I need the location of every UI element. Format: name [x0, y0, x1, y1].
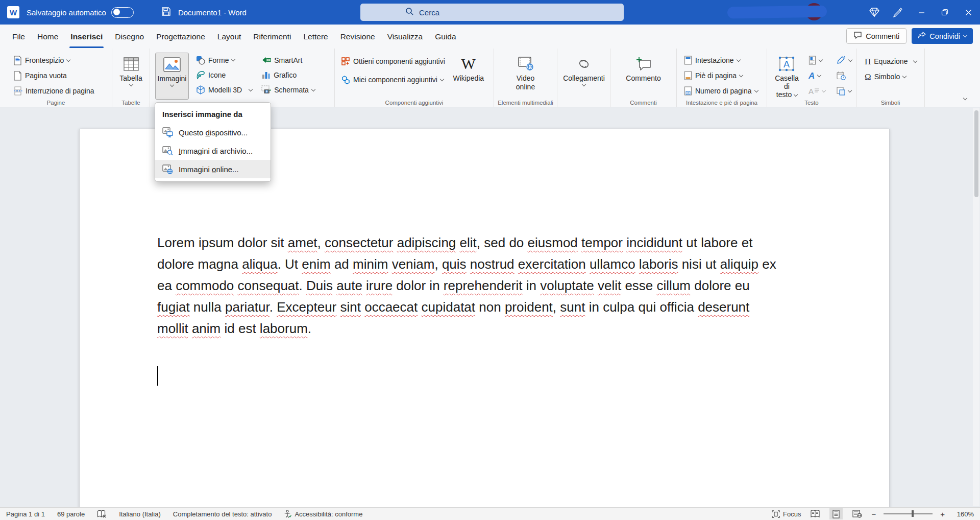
casella-di-testo-button[interactable]: A Casella di testo — [771, 53, 802, 100]
icone-button[interactable]: Icone — [194, 67, 254, 82]
search-input[interactable] — [419, 8, 587, 17]
tab-inserisci[interactable]: Inserisci — [64, 25, 109, 49]
icone-label: Icone — [208, 71, 226, 79]
tab-file[interactable]: File — [6, 25, 31, 49]
collapse-ribbon-button[interactable] — [964, 92, 967, 102]
svg-text:A: A — [783, 59, 790, 69]
simbolo-label: Simbolo — [874, 73, 900, 81]
document-page[interactable]: Lorem ipsum dolor sit amet, consectetur … — [79, 129, 890, 507]
menu-item-immagini-di-archivio[interactable]: Immagini di archivio... — [155, 141, 271, 160]
document-text-line[interactable]: fugiat nulla pariatur. Excepteur sint oc… — [157, 296, 776, 318]
zoom-in-button[interactable]: + — [940, 510, 945, 518]
text-completion-status[interactable]: Completamento del testo: attivato — [173, 510, 272, 518]
intestazione-button[interactable]: Intestazione — [682, 53, 765, 68]
word-app-icon[interactable]: W — [7, 6, 19, 18]
tab-riferimenti[interactable]: Riferimenti — [247, 25, 297, 49]
pagina-vuota-label: Pagina vuota — [25, 72, 67, 80]
focus-icon — [772, 510, 780, 518]
wikipedia-button[interactable]: W Wikipedia — [450, 53, 487, 100]
tab-lettere[interactable]: Lettere — [297, 25, 334, 49]
parti-rapide-button[interactable] — [806, 55, 827, 66]
read-mode-button[interactable] — [808, 508, 822, 519]
save-icon[interactable] — [161, 7, 171, 18]
page-number-icon: # — [684, 86, 692, 96]
tab-progettazione[interactable]: Progettazione — [150, 25, 211, 49]
frontespizio-button[interactable]: Frontespizio — [11, 53, 110, 68]
collegamenti-button[interactable]: Collegamenti — [559, 53, 608, 100]
menu-item-questo-dispositivo[interactable]: Questo dispositivo... — [155, 123, 271, 141]
premium-gem-icon[interactable] — [863, 0, 886, 25]
date-time-icon — [837, 71, 846, 80]
equazione-button[interactable]: Π Equazione — [863, 54, 922, 69]
tab-revisione[interactable]: Revisione — [334, 25, 381, 49]
pie-di-pagina-button[interactable]: Piè di pagina — [682, 68, 765, 83]
modelli-3d-button[interactable]: Modelli 3D — [194, 83, 254, 98]
tab-home[interactable]: Home — [31, 25, 64, 49]
pagina-vuota-button[interactable]: Pagina vuota — [11, 68, 110, 83]
capolettera-button[interactable]: A — [806, 85, 827, 97]
document-text-line[interactable]: mollit anim id est laborum. — [157, 318, 776, 339]
page-count[interactable]: Pagina 1 di 1 — [6, 510, 45, 518]
focus-mode-button[interactable]: Focus — [772, 510, 801, 518]
tab-layout[interactable]: Layout — [211, 25, 248, 49]
video-online-button[interactable]: Video online — [508, 53, 544, 100]
search-box[interactable] — [360, 4, 624, 21]
group-intestazione: Intestazione Piè di pagina # Numero di p… — [677, 49, 767, 107]
close-button[interactable] — [957, 0, 980, 25]
zoom-level[interactable]: 160% — [952, 510, 974, 518]
simbolo-button[interactable]: Ω Simbolo — [863, 69, 922, 84]
shapes-icon — [196, 56, 205, 65]
ottieni-componenti-button[interactable]: Ottieni componenti aggiuntivi — [339, 54, 447, 69]
ribbon-tabs: File Home Inserisci Disegno Progettazion… — [6, 25, 462, 49]
miei-componenti-button[interactable]: Miei componenti aggiuntivi — [339, 72, 447, 87]
riga-di-firma-button[interactable] — [835, 55, 854, 66]
coming-soon-megaphone-icon[interactable] — [886, 0, 910, 25]
autosave-toggle[interactable] — [111, 7, 134, 18]
proofing-errors-icon[interactable] — [97, 510, 107, 518]
language[interactable]: Italiano (Italia) — [119, 510, 161, 518]
vertical-scrollbar[interactable] — [973, 108, 979, 506]
smartart-label: SmartArt — [274, 56, 302, 64]
numero-di-pagina-button[interactable]: # Numero di pagina — [682, 83, 765, 99]
wordart-button[interactable]: A — [806, 70, 827, 81]
online-pictures-icon — [162, 164, 173, 174]
document-title: Documento1 - Word — [178, 8, 247, 17]
document-text-line[interactable]: dolore magna aliqua. Ut enim ad minim ve… — [157, 253, 776, 275]
share-button[interactable]: Condividi — [912, 28, 973, 44]
schermata-button[interactable]: Schermata — [259, 83, 317, 98]
document-text-line[interactable]: Lorem ipsum dolor sit amet, consectetur … — [157, 232, 776, 253]
interruzione-pagina-button[interactable]: Interruzione di pagina — [11, 83, 110, 99]
web-layout-button[interactable] — [850, 508, 864, 519]
forme-button[interactable]: Forme — [194, 53, 254, 67]
miei-componenti-label: Miei componenti aggiuntivi — [353, 76, 437, 84]
wikipedia-icon: W — [461, 55, 476, 73]
zoom-slider-thumb[interactable] — [912, 510, 914, 517]
menu-item-immagini-online[interactable]: Immagini online... — [155, 160, 271, 178]
immagini-button[interactable]: Immagini — [155, 53, 189, 100]
tab-visualizza[interactable]: Visualizza — [381, 25, 429, 49]
zoom-out-button[interactable]: − — [871, 510, 876, 518]
autosave-control[interactable]: Salvataggio automatico — [27, 7, 134, 18]
smartart-button[interactable]: SmartArt — [259, 53, 317, 67]
zoom-slider[interactable] — [884, 513, 933, 514]
grafico-button[interactable]: Grafico — [259, 67, 317, 82]
tab-disegno[interactable]: Disegno — [109, 25, 150, 49]
document-text[interactable]: Lorem ipsum dolor sit amet, consectetur … — [157, 232, 776, 339]
wordart-icon: A — [808, 72, 815, 80]
commento-button[interactable]: Commento — [621, 53, 667, 100]
comments-button[interactable]: Commenti — [846, 28, 906, 44]
print-layout-button[interactable] — [829, 508, 843, 519]
document-canvas[interactable]: Lorem ipsum dolor sit amet, consectetur … — [0, 107, 980, 507]
minimize-button[interactable] — [910, 0, 933, 25]
schermata-label: Schermata — [274, 86, 309, 94]
oggetto-button[interactable] — [835, 85, 854, 97]
tab-guida[interactable]: Guida — [429, 25, 462, 49]
word-count[interactable]: 69 parole — [57, 510, 85, 518]
accessibility-status[interactable]: Accessibilità: conforme — [284, 510, 362, 518]
document-text-line[interactable]: ea commodo consequat. Duis aute irure do… — [157, 275, 776, 296]
forme-label: Forme — [208, 56, 229, 64]
data-e-ora-button[interactable] — [835, 70, 854, 81]
tabella-button[interactable]: Tabella — [114, 53, 148, 100]
restore-button[interactable] — [933, 0, 957, 25]
scrollbar-thumb[interactable] — [974, 110, 978, 197]
